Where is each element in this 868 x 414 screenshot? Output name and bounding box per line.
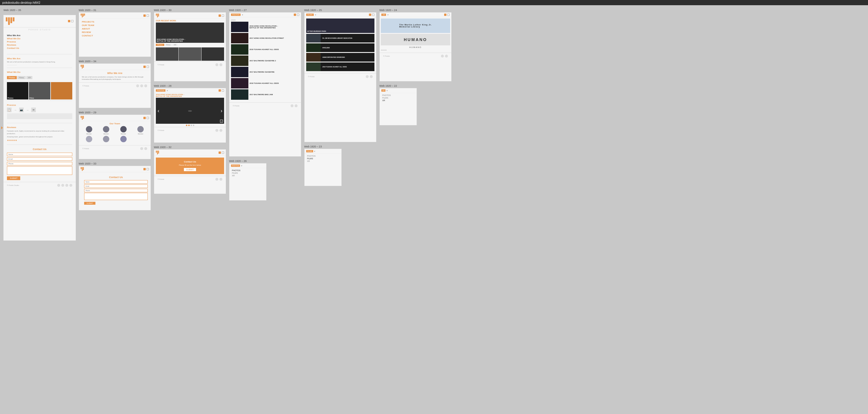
- frame-28: PHOTOS ▼ 2019 HONG KONG REVOLUTION –BATT…: [154, 88, 226, 143]
- fi-30-2[interactable]: [219, 63, 222, 66]
- contact-email-input[interactable]: [7, 157, 72, 161]
- team-name-2: Member: [98, 133, 115, 135]
- fi-25-1[interactable]: [366, 75, 369, 78]
- nav-what-we-do[interactable]: What We Do: [7, 37, 72, 40]
- nav-31-team[interactable]: OUR TEAM: [82, 24, 148, 27]
- nav-process[interactable]: Process: [7, 40, 72, 43]
- contact-submit-button[interactable]: SUBMIT: [7, 177, 20, 180]
- frame-32: Contact Us Please fill out the form belo…: [154, 149, 226, 194]
- cf-phone-33[interactable]: [84, 189, 148, 192]
- fi-30-1[interactable]: [215, 63, 218, 66]
- nav-31-about[interactable]: ABOUT: [82, 28, 148, 30]
- footer-icons-25: [366, 75, 373, 78]
- dd-photos-22[interactable]: PHOTOS: [381, 94, 415, 97]
- nav-31-review[interactable]: REVIEW: [82, 31, 148, 34]
- fi-25-2[interactable]: [370, 75, 373, 78]
- dd-xr-22[interactable]: XR: [381, 99, 415, 102]
- fi-32-1[interactable]: [215, 178, 218, 181]
- cf-email-33[interactable]: [84, 185, 148, 188]
- rw-tab-xr-30[interactable]: XR: [172, 44, 178, 46]
- dot-1-28[interactable]: [186, 125, 187, 126]
- fi-29-1[interactable]: [140, 147, 143, 150]
- fi-27-2[interactable]: [294, 104, 298, 107]
- cf-name-33[interactable]: [84, 180, 148, 184]
- dd-xr-23[interactable]: XR: [306, 160, 340, 162]
- slider-right-28[interactable]: ›: [221, 108, 222, 114]
- tab-photos[interactable]: Photos: [7, 76, 17, 79]
- fi-34-2[interactable]: [140, 85, 143, 87]
- footer-text-34: © Pokdo: [83, 85, 89, 87]
- fi-27-1[interactable]: [290, 104, 293, 107]
- dd-films-23[interactable]: FILMS: [306, 157, 340, 160]
- pf-menu-33[interactable]: [144, 168, 146, 170]
- nav-who-we-are[interactable]: Who We Are: [7, 34, 72, 37]
- pf-expand-32[interactable]: [222, 152, 224, 154]
- pf-expand-30[interactable]: [222, 14, 224, 17]
- dd-photos-23[interactable]: PHOTOS: [306, 155, 340, 157]
- fi-28-1[interactable]: [215, 129, 218, 132]
- proj-item-7: 2017 BALTIMORE BIKE JAM: [231, 89, 299, 100]
- pf-menu-31[interactable]: [144, 14, 146, 17]
- dd-films-26[interactable]: FILMS: [231, 172, 265, 174]
- fi-24-2[interactable]: [445, 55, 448, 58]
- nav-31-contact[interactable]: CONTACT: [82, 34, 148, 37]
- fi-32-2[interactable]: [219, 178, 222, 181]
- pf-menu-28[interactable]: [219, 89, 221, 92]
- wwa-title-34: Who We Are: [82, 72, 148, 74]
- fi-34-1[interactable]: [136, 85, 139, 87]
- dot-2-28[interactable]: [188, 125, 190, 126]
- featured-img-30: 2019 HONG KONG REVOLUTION –BATTLE OF THE…: [156, 23, 224, 43]
- pf-menu-24[interactable]: [444, 13, 446, 16]
- pf-menu-25[interactable]: [369, 13, 371, 16]
- expand-icon[interactable]: [71, 20, 73, 22]
- tab-films[interactable]: Films: [17, 76, 26, 79]
- dd-xr-26[interactable]: XR: [231, 174, 265, 177]
- rw-tabs-30: Photos Films XR: [154, 43, 226, 47]
- who-we-are-text: We are a full service production company…: [3, 61, 76, 63]
- frame-label-22: Web 1920 – 22: [379, 85, 452, 87]
- dot-3-28[interactable]: [190, 125, 192, 126]
- pf-menu-32[interactable]: [219, 152, 221, 154]
- footer-icon-2[interactable]: [61, 184, 64, 187]
- pf-menu-30[interactable]: [219, 14, 221, 17]
- contact-name-input[interactable]: [7, 153, 72, 156]
- rw-tab-films-30[interactable]: Films: [165, 44, 172, 46]
- dd-films-22[interactable]: FILMS: [381, 97, 415, 99]
- pf-menu-34[interactable]: [144, 66, 146, 68]
- nav-reviews[interactable]: Reviews: [7, 44, 72, 46]
- dd-photos-26[interactable]: PHOTOS: [231, 169, 265, 172]
- pf-logo-32: [156, 151, 159, 154]
- pf-expand-25[interactable]: [372, 13, 374, 16]
- cf-msg-33[interactable]: [84, 193, 148, 200]
- footer-icon-4[interactable]: [69, 184, 72, 187]
- pf-menu-29[interactable]: [144, 117, 146, 119]
- nav-contact[interactable]: Contact Us: [7, 47, 72, 50]
- pf-expand-28[interactable]: [222, 89, 224, 92]
- menu-icon[interactable]: [68, 20, 70, 22]
- pf-expand-33[interactable]: [147, 168, 149, 170]
- fi-24-1[interactable]: [441, 55, 444, 58]
- pf-expand-29[interactable]: [147, 117, 149, 119]
- footer-icon-3[interactable]: [65, 184, 68, 187]
- cf-submit-33[interactable]: SUBMIT: [84, 202, 95, 205]
- contact-btn-32[interactable]: SUBMIT: [184, 168, 196, 171]
- tab-xr[interactable]: XR: [26, 76, 33, 79]
- rw-tab-photos-30[interactable]: Photos: [156, 44, 164, 46]
- fi-28-2[interactable]: [219, 129, 222, 132]
- expand-icon-28[interactable]: ⤢: [220, 120, 223, 123]
- pf-expand-34[interactable]: [147, 66, 149, 68]
- fi-29-2[interactable]: [144, 147, 147, 150]
- pf-expand-24[interactable]: [447, 13, 450, 16]
- dot-4-28[interactable]: [193, 125, 194, 126]
- footer-icon-1[interactable]: [57, 184, 60, 187]
- fi-34-3[interactable]: [144, 85, 147, 87]
- film-title-2-25: HIVELEND: [322, 47, 330, 49]
- pf-expand-31[interactable]: [147, 14, 149, 17]
- slider-left-28[interactable]: ‹: [158, 108, 159, 114]
- pf-menu-27[interactable]: [294, 13, 296, 16]
- nav-31-projects[interactable]: PROJECTS: [82, 21, 148, 23]
- humano-title-24: HUMANO: [404, 37, 427, 42]
- contact-phone-input[interactable]: [7, 162, 72, 165]
- pf-expand-27[interactable]: [297, 13, 299, 16]
- contact-message-input[interactable]: [7, 166, 72, 175]
